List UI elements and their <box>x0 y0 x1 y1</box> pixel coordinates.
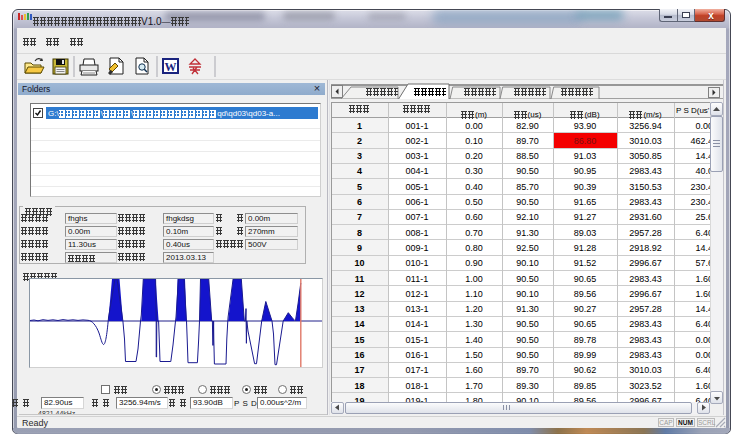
svg-text:W: W <box>165 60 177 74</box>
